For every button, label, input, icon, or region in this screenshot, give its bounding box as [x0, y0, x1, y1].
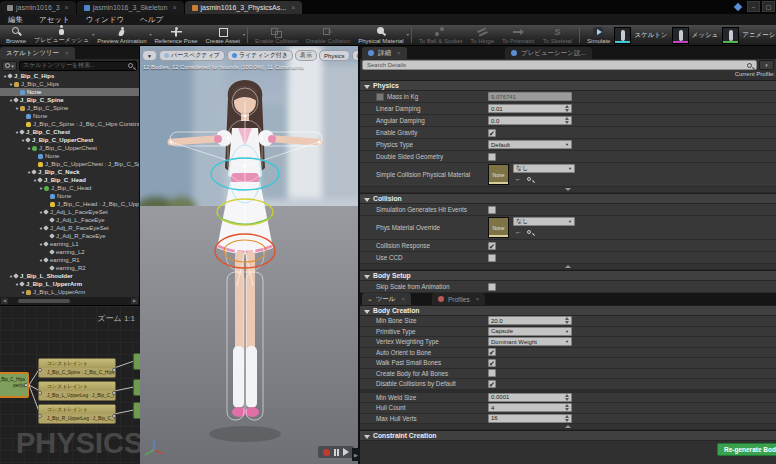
node-pin[interactable] — [112, 391, 116, 395]
graph-body-stub[interactable] — [133, 379, 140, 396]
checkbox-auto-orient-to-bone[interactable]: ✔ — [488, 348, 496, 356]
node-pin[interactable] — [38, 414, 42, 418]
graph-constraint-node[interactable]: コンストレイントJ_Bip_C_Spine : J_Bip_C_Hips — [38, 358, 116, 378]
asset-thumbnail[interactable]: None — [488, 164, 509, 185]
use-selected-icon[interactable]: ← — [515, 228, 522, 235]
details-filter-button[interactable]: ▾ — [759, 60, 774, 70]
tree-row-j-adj-r-faceeyeset[interactable]: ▼J_Adj_R_FaceEyeSet — [0, 224, 139, 232]
tab-tools[interactable]: ⌁ ツール × — [362, 293, 411, 305]
asset-thumbnail[interactable] — [614, 27, 631, 44]
section-header-body-creation[interactable]: Body Creation — [360, 305, 776, 316]
asset-shortcut-item[interactable]: スケルトン — [614, 27, 667, 44]
tab-skeleton-tree[interactable]: スケルトンツリー × — [0, 47, 75, 59]
checkbox-use-ccd[interactable] — [488, 254, 496, 262]
asset-thumbnail[interactable]: None — [488, 217, 509, 238]
pause-button[interactable] — [334, 449, 340, 456]
tree-row-j-bip-l-upperarm[interactable]: ▼J_Bip_L_UpperArm — [0, 288, 139, 296]
scroll-right-arrow[interactable]: ▶ — [131, 298, 138, 304]
minimize-button[interactable]: – — [747, 1, 760, 12]
value-field[interactable]: 0.0 — [488, 116, 572, 125]
checkbox-simulation-generates-hit-events[interactable] — [488, 206, 496, 214]
graph-body-stub[interactable] — [133, 353, 140, 370]
combo-primitive-type[interactable]: Capsule▼ — [488, 327, 572, 336]
toolbar-button-physical-material[interactable]: Physical Material▾ — [354, 25, 407, 45]
menu-item[interactable]: ウィンドウ — [78, 15, 132, 25]
close-icon[interactable]: × — [172, 4, 176, 11]
close-icon[interactable]: × — [291, 4, 295, 11]
close-icon[interactable]: × — [401, 296, 405, 302]
viewport-button-physics[interactable]: Physics — [319, 50, 350, 61]
tree-row-j-bip-c-spine-j-bip-c-hips-constraint[interactable]: J_Bip_C_Spine : J_Bip_C_Hips Constraint — [0, 120, 139, 128]
tree-row-earring-r1[interactable]: ▼earring_R1 — [0, 256, 139, 264]
toolbar-button-enable-collision[interactable]: Enable Collision — [251, 25, 302, 45]
tree-row-j-bip-c-upperchest[interactable]: ▼J_Bip_C_UpperChest — [0, 136, 139, 144]
checkbox-collision-response[interactable]: ✔ — [488, 242, 496, 250]
node-pin[interactable] — [112, 414, 116, 418]
spinner-icon[interactable] — [565, 394, 569, 401]
chevron-down-icon[interactable]: ▾ — [243, 32, 245, 37]
scrollbar-thumb[interactable] — [18, 299, 70, 303]
viewport-button-item[interactable]: 表示 — [295, 50, 317, 61]
tree-row-none[interactable]: None — [0, 112, 139, 120]
toolbar-button-create-asset[interactable]: Create Asset▾ — [202, 25, 244, 45]
panel-expander-arrow[interactable]: ▶ — [352, 448, 360, 461]
spinner-icon[interactable] — [565, 404, 569, 411]
window-tab-jasmin1016-3-skeleton[interactable]: jasmin1016_3_Skeleton× — [77, 1, 184, 14]
tree-row-j-bip-c-hips[interactable]: ▼J_Bip_C_Hips — [0, 72, 139, 80]
tree-row-j-bip-c-spine[interactable]: ▼J_Bip_C_Spine — [0, 104, 139, 112]
toolbar-button-to-hinge[interactable]: To Hinge — [466, 25, 498, 45]
tree-row-j-bip-c-upperchest-j-bip-c-spine-constrain[interactable]: J_Bip_C_UpperChest : J_Bip_C_Spine Const… — [0, 160, 139, 168]
toolbar-button-disable-collision[interactable]: Disable Collision — [302, 25, 354, 45]
tree-row-none[interactable]: None — [0, 192, 139, 200]
close-icon[interactable]: × — [476, 296, 480, 302]
checkbox-skip-scale-from-animation[interactable] — [488, 283, 496, 291]
node-pin[interactable] — [38, 368, 42, 372]
details-search-input[interactable]: Search Details — [362, 60, 757, 70]
tree-row-j-adj-l-faceeyeset[interactable]: ▼J_Adj_L_FaceEyeSet — [0, 208, 139, 216]
toolbar-button-browse[interactable]: Browse — [2, 25, 30, 45]
tab-preview-scene-settings[interactable]: プレビューシーン設... — [505, 47, 592, 59]
value-field[interactable]: 0.0001 — [488, 393, 572, 402]
tree-row-j-bip-c-upperchest[interactable]: ▼J_Bip_C_UpperChest — [0, 144, 139, 152]
section-header-physics[interactable]: Physics — [360, 80, 776, 91]
checkbox-create-body-for-all-bones[interactable] — [488, 369, 496, 377]
toolbar-button-reference-pose[interactable]: Reference Pose — [151, 25, 202, 45]
close-icon[interactable]: × — [397, 50, 401, 56]
value-field[interactable]: 16 — [488, 414, 572, 423]
spinner-icon[interactable] — [565, 105, 569, 112]
spinner-icon[interactable] — [565, 415, 569, 422]
section-header-collision[interactable]: Collision — [360, 193, 776, 204]
scroll-left-arrow[interactable]: ◀ — [1, 298, 8, 304]
checkbox-double-sided-geometry[interactable] — [488, 153, 496, 161]
value-field[interactable]: 0.01 — [488, 104, 572, 113]
section-header-body-setup[interactable]: Body Setup — [360, 270, 776, 281]
node-pin[interactable] — [112, 368, 116, 372]
tree-row-j-bip-c-chest[interactable]: ▼J_Bip_C_Chest — [0, 128, 139, 136]
graph-body-stub[interactable] — [133, 402, 140, 419]
menu-item[interactable]: 編集 — [0, 15, 31, 25]
toolbar-button-to-skeletal[interactable]: STo Skeletal — [539, 25, 576, 45]
value-field[interactable]: 20.0 — [488, 316, 572, 325]
asset-shortcut-item[interactable]: アニメーション▾ — [722, 27, 776, 44]
tree-row-j-bip-c-head[interactable]: ▼J_Bip_C_Head — [0, 176, 139, 184]
spinner-icon[interactable] — [565, 117, 569, 124]
play-button[interactable] — [343, 448, 349, 456]
checkbox-disable-collisions-by-default[interactable]: ✔ — [488, 380, 496, 388]
toolbar-button-to-prismatic[interactable]: To Prismatic — [498, 25, 539, 45]
toolbar-button-item[interactable]: プレビューメッシュ▾ — [30, 25, 93, 45]
tree-row-earring-l1[interactable]: ▼earring_L1 — [0, 240, 139, 248]
record-button[interactable] — [323, 449, 330, 456]
tree-row-j-bip-l-upperarm[interactable]: ▼J_Bip_L_UpperArm — [0, 280, 139, 288]
checkbox-walk-past-small-bones[interactable]: ✔ — [488, 359, 496, 367]
tree-row-j-bip-c-head[interactable]: ▼J_Bip_C_Head — [0, 184, 139, 192]
tab-profiles[interactable]: Profiles × — [432, 293, 485, 305]
asset-combo[interactable]: なし▼ — [513, 217, 575, 226]
spinner-icon[interactable] — [565, 317, 569, 324]
use-selected-icon[interactable]: ← — [515, 175, 522, 182]
combo-physics-type[interactable]: Default▼ — [488, 140, 572, 149]
chevron-down-icon[interactable]: ▾ — [407, 32, 409, 37]
window-tab-jasmin1016-3-physicsas[interactable]: jasmin1016_3_PhysicsAs...× — [185, 1, 303, 14]
tree-row-earring-r2[interactable]: earring_R2 — [0, 264, 139, 272]
node-pin[interactable] — [24, 383, 28, 387]
graph-constraint-node[interactable]: コンストレイントJ_Bip_L_UpperLeg : J_Bip_C_Hips — [38, 381, 116, 401]
